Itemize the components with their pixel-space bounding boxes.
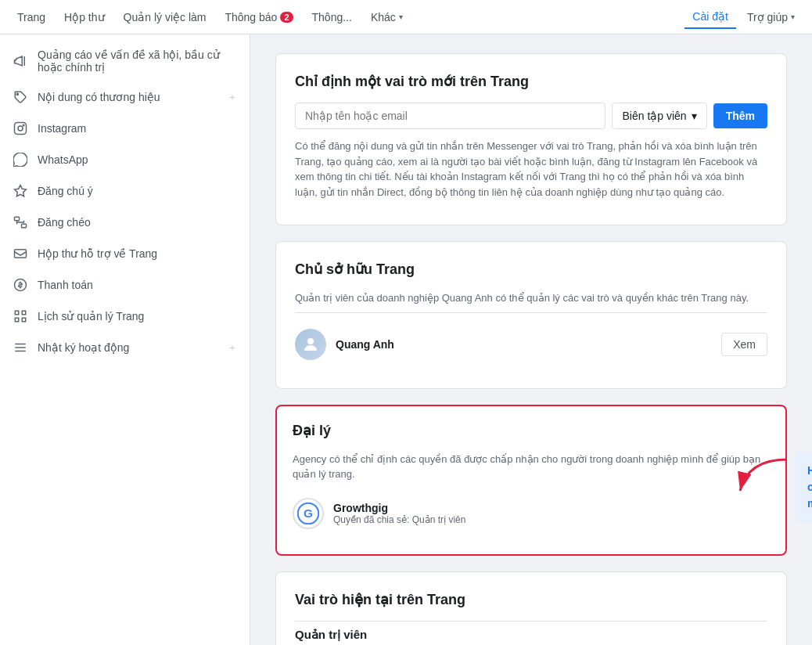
sidebar-item-dangcheo[interactable]: Đăng chéo <box>0 207 250 238</box>
callout-text: Hoàn thành liên kết đến fanpage của bạn … <box>807 464 812 510</box>
them-button[interactable]: Thêm <box>713 103 767 128</box>
sidebar-item-thanhtoan[interactable]: Thanh toán <box>0 269 250 301</box>
assign-role-card: Chỉ định một vai trò mới trên Trang Biên… <box>275 53 787 225</box>
sidebar-item-instagram[interactable]: Instagram <box>0 113 250 144</box>
nav-thong[interactable]: Thông... <box>304 6 360 28</box>
svg-rect-6 <box>22 224 27 228</box>
log-icon <box>13 340 28 355</box>
red-arrow-icon <box>732 452 795 499</box>
sidebar-item-lichsu-label: Lịch sử quản lý Trang <box>38 310 237 322</box>
owner-avatar <box>295 329 326 360</box>
sidebar-item-noidung[interactable]: Nội dung có thương hiệu ＋ <box>0 81 250 113</box>
sidebar-item-hopthu-label: Hộp thư hỗ trợ về Trang <box>38 247 237 260</box>
svg-rect-7 <box>15 250 27 258</box>
sidebar-item-dangchuy-label: Đăng chú ý <box>38 185 237 197</box>
svg-text:G: G <box>304 506 313 519</box>
xem-button[interactable]: Xem <box>721 333 767 356</box>
nav-hopthu[interactable]: Hộp thư <box>56 6 112 28</box>
sidebar-item-whatsapp-label: WhatsApp <box>38 153 237 166</box>
agency-name: Growthgig <box>333 502 770 514</box>
nav-thongbao[interactable]: Thông báo 2 <box>217 6 300 28</box>
dollar-icon <box>13 277 28 293</box>
nav-left: Trang Hộp thư Quản lý việc làm Thông báo… <box>9 6 411 28</box>
agency-wrapper: Đại lý Agency có thể chỉ định các quyền … <box>275 405 787 556</box>
current-roles-card: Vai trò hiện tại trên Trang Quản trị viê… <box>275 571 787 646</box>
admin-role-title: Quản trị viên <box>295 628 767 642</box>
role-email-input[interactable] <box>295 103 605 129</box>
agency-partner-row: G Growthgig Quyền đã chia sẻ: Quản trị v… <box>293 488 770 539</box>
owner-card: Chủ sở hữu Trang Quản trị viên của doanh… <box>275 241 787 389</box>
svg-point-0 <box>16 93 18 95</box>
nav-trogiup[interactable]: Trợ giúp ▾ <box>739 6 803 28</box>
sidebar-item-thanhtoan-label: Thanh toán <box>38 279 237 291</box>
agency-card: Đại lý Agency có thể chỉ định các quyền … <box>275 405 787 556</box>
crosspost-icon <box>13 214 28 230</box>
sidebar-item-instagram-label: Instagram <box>38 122 237 135</box>
sidebar-item-noidung-label: Nội dung có thương hiệu <box>38 91 218 103</box>
svg-marker-4 <box>15 186 27 196</box>
svg-point-3 <box>23 124 24 126</box>
nav-trang[interactable]: Trang <box>9 6 53 28</box>
sidebar-item-quangcao-label: Quảng cáo về vấn đề xã hội, bầu cử hoặc … <box>38 49 237 74</box>
svg-rect-1 <box>15 123 27 135</box>
callout-arrow-wrap <box>732 452 795 501</box>
owner-row: Quang Anh Xem <box>295 319 767 369</box>
callout-container: Hoàn thành liên kết đến fanpage của bạn … <box>732 452 812 523</box>
agency-desc: Agency có thể chỉ định các quyền đã được… <box>293 452 770 482</box>
sidebar-item-dangcheo-label: Đăng chéo <box>38 216 237 229</box>
role-input-row: Biên tập viên ▾ Thêm <box>295 103 767 129</box>
main-content: Chỉ định một vai trò mới trên Trang Biên… <box>250 34 812 645</box>
nav-khac[interactable]: Khác ▾ <box>363 6 411 28</box>
role-selector-chevron-icon: ▾ <box>692 110 697 122</box>
agency-role: Quyền đã chia sẻ: Quản trị viên <box>333 514 770 525</box>
assign-role-title: Chỉ định một vai trò mới trên Trang <box>295 73 767 90</box>
roles-divider <box>295 621 767 622</box>
owner-desc: Quản trị viên của doanh nghiệp Quang Anh… <box>295 290 767 306</box>
tag-icon <box>13 89 28 105</box>
current-roles-title: Vai trò hiện tại trên Trang <box>295 591 767 608</box>
callout-box: Hoàn thành liên kết đến fanpage của bạn … <box>795 452 812 523</box>
whatsapp-icon <box>13 152 28 168</box>
mailbox-icon <box>13 246 28 261</box>
agency-info: Growthgig Quyền đã chia sẻ: Quản trị viê… <box>333 502 770 525</box>
sidebar-item-nhatky-label: Nhật ký hoạt động <box>38 341 218 354</box>
megaphone-icon <box>13 53 28 69</box>
role-selector[interactable]: Biên tập viên ▾ <box>612 103 706 129</box>
sidebar-item-hopthu[interactable]: Hộp thư hỗ trợ về Trang <box>0 238 250 269</box>
owner-name: Quang Anh <box>336 338 712 351</box>
sidebar-item-nhatky[interactable]: Nhật ký hoạt động ＋ <box>0 332 250 363</box>
noidung-expand-icon: ＋ <box>228 91 237 104</box>
top-nav: Trang Hộp thư Quản lý việc làm Thông báo… <box>0 0 812 34</box>
notification-badge: 2 <box>280 12 293 23</box>
svg-point-2 <box>18 126 23 131</box>
layout: Quảng cáo về vấn đề xã hội, bầu cử hoặc … <box>0 34 812 645</box>
sidebar-item-quangcao[interactable]: Quảng cáo về vấn đề xã hội, bầu cử hoặc … <box>0 41 250 81</box>
instagram-icon <box>13 121 28 136</box>
star-icon <box>13 183 28 199</box>
owner-title: Chủ sở hữu Trang <box>295 261 767 278</box>
sidebar-item-dangchuy[interactable]: Đăng chú ý <box>0 175 250 207</box>
nhatky-expand-icon: ＋ <box>228 341 237 355</box>
sidebar-item-whatsapp[interactable]: WhatsApp <box>0 144 250 175</box>
owner-info: Quang Anh <box>336 338 712 351</box>
history-icon <box>13 308 28 324</box>
svg-rect-5 <box>15 217 20 221</box>
assign-role-desc: Có thể đăng nội dung và gửi tin nhắn trê… <box>295 139 767 200</box>
agency-logo: G <box>293 498 324 529</box>
trogiup-chevron-icon: ▾ <box>791 13 795 21</box>
nav-caidat[interactable]: Cài đặt <box>684 5 736 29</box>
sidebar-item-lichsu[interactable]: Lịch sử quản lý Trang <box>0 301 250 332</box>
nav-quanlyvieclem[interactable]: Quản lý việc làm <box>116 6 214 28</box>
svg-point-12 <box>307 338 314 344</box>
nav-right: Cài đặt Trợ giúp ▾ <box>684 5 803 29</box>
owner-divider <box>295 312 767 313</box>
agency-title: Đại lý <box>293 422 770 439</box>
sidebar: Quảng cáo về vấn đề xã hội, bầu cử hoặc … <box>0 34 250 645</box>
khac-chevron-icon: ▾ <box>399 13 403 21</box>
